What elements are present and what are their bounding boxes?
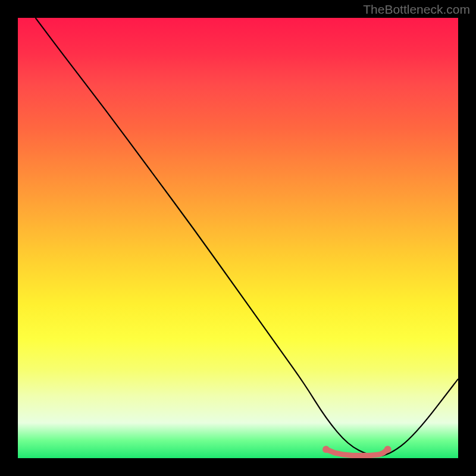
optimal-range-dot bbox=[384, 446, 392, 453]
bottleneck-curve-line bbox=[36, 18, 458, 456]
optimal-range-marker-line bbox=[326, 449, 388, 455]
plot-area bbox=[18, 18, 458, 458]
optimal-range-dot bbox=[322, 446, 330, 453]
chart-svg bbox=[18, 18, 458, 458]
watermark-text: TheBottleneck.com bbox=[363, 2, 470, 17]
